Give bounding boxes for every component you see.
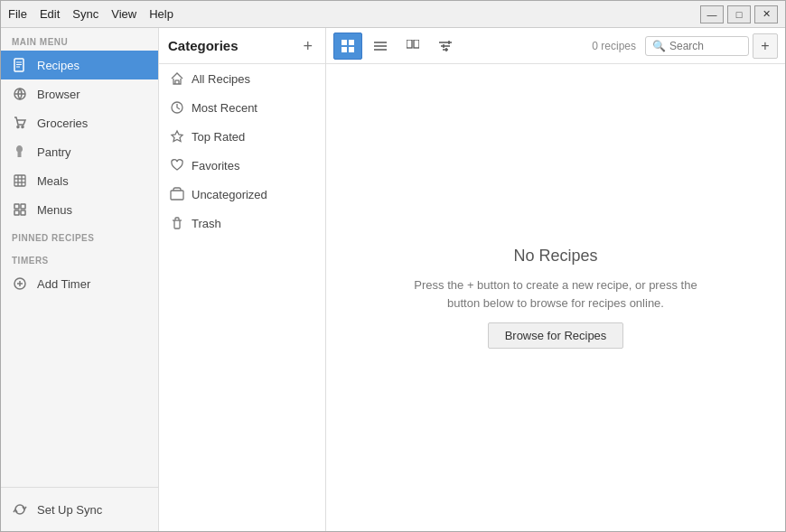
- search-input[interactable]: [669, 40, 742, 52]
- groceries-icon: [12, 115, 28, 131]
- recipe-empty-state: No Recipes Press the + button to create …: [326, 64, 785, 531]
- svg-rect-15: [14, 210, 19, 215]
- menu-file[interactable]: File: [8, 7, 27, 21]
- category-trash[interactable]: Trash: [159, 209, 325, 238]
- categories-title: Categories: [168, 38, 239, 53]
- recipe-panel: 0 recipes 🔍 + No Recipes Press the + but…: [326, 28, 785, 531]
- meals-icon: [12, 173, 28, 189]
- close-button[interactable]: ✕: [754, 5, 778, 23]
- title-bar: File Edit Sync View Help — □ ✕: [1, 1, 785, 28]
- star-icon: [170, 129, 184, 144]
- sidebar-item-browser[interactable]: Browser: [1, 79, 158, 108]
- sidebar-add-timer-label: Add Timer: [37, 277, 90, 291]
- categories-header: Categories +: [159, 28, 325, 64]
- category-favorites[interactable]: Favorites: [159, 151, 325, 180]
- sidebar-bottom: Set Up Sync: [1, 487, 158, 531]
- search-icon: 🔍: [652, 40, 666, 52]
- svg-rect-8: [14, 175, 25, 186]
- svg-rect-13: [14, 204, 19, 209]
- add-timer-icon: [12, 275, 28, 292]
- menu-view[interactable]: View: [111, 7, 136, 21]
- grid-view-button[interactable]: [333, 33, 362, 60]
- category-top-rated[interactable]: Top Rated: [159, 122, 325, 151]
- heart-icon: [170, 158, 184, 173]
- empty-title: No Recipes: [513, 247, 597, 266]
- svg-rect-14: [21, 204, 25, 209]
- minimize-button[interactable]: —: [700, 5, 724, 23]
- svg-marker-24: [172, 131, 182, 142]
- add-recipe-button[interactable]: +: [753, 33, 778, 59]
- menu-help[interactable]: Help: [149, 7, 173, 21]
- sidebar-item-menus[interactable]: Menus: [1, 195, 158, 224]
- category-favorites-label: Favorites: [192, 159, 239, 173]
- sidebar-browser-label: Browser: [37, 88, 80, 101]
- sidebar-groceries-label: Groceries: [37, 117, 88, 130]
- sidebar-item-add-timer[interactable]: Add Timer: [1, 269, 158, 298]
- category-most-recent[interactable]: Most Recent: [159, 93, 325, 122]
- sidebar: Main Menu Recipes Browser Groceries: [1, 28, 159, 531]
- recipe-count: 0 recipes: [592, 40, 636, 52]
- browse-recipes-button[interactable]: Browse for Recipes: [488, 322, 624, 349]
- svg-point-6: [17, 126, 19, 128]
- category-recent-label: Most Recent: [192, 101, 257, 115]
- svg-rect-25: [171, 191, 183, 200]
- menu-sync[interactable]: Sync: [72, 7, 98, 21]
- category-uncategorized-label: Uncategorized: [192, 188, 267, 201]
- pantry-icon: [12, 144, 28, 160]
- menus-icon: [12, 201, 28, 218]
- main-menu-label: Main Menu: [1, 28, 158, 51]
- svg-rect-27: [349, 40, 354, 45]
- search-box[interactable]: 🔍: [645, 36, 749, 56]
- browser-icon: [12, 86, 28, 102]
- uncategorized-icon: [170, 187, 184, 201]
- sidebar-item-recipes[interactable]: Recipes: [1, 51, 158, 79]
- svg-rect-26: [342, 40, 347, 45]
- pinned-recipes-label: Pinned Recipes: [1, 224, 158, 247]
- trash-icon: [170, 216, 184, 230]
- home-icon: [170, 71, 184, 86]
- svg-rect-16: [21, 210, 25, 215]
- categories-add-button[interactable]: +: [299, 36, 316, 56]
- svg-rect-34: [414, 40, 419, 48]
- sidebar-item-sync[interactable]: Set Up Sync: [1, 495, 158, 524]
- category-top-rated-label: Top Rated: [192, 130, 245, 144]
- recipe-icon: [12, 57, 28, 73]
- menu-bar: File Edit Sync View Help: [8, 7, 173, 21]
- main-content: Categories + All Recipes Most Recent: [159, 28, 785, 531]
- sidebar-meals-label: Meals: [37, 174, 69, 188]
- sidebar-sync-label: Set Up Sync: [37, 503, 102, 517]
- card-view-button[interactable]: [398, 33, 427, 60]
- menu-edit[interactable]: Edit: [40, 7, 60, 21]
- sidebar-item-groceries[interactable]: Groceries: [1, 108, 158, 137]
- categories-panel: Categories + All Recipes Most Recent: [159, 28, 326, 531]
- svg-rect-33: [407, 40, 412, 48]
- sidebar-item-meals[interactable]: Meals: [1, 166, 158, 195]
- app-body: Main Menu Recipes Browser Groceries: [1, 28, 785, 531]
- svg-point-7: [22, 126, 23, 128]
- window-controls: — □ ✕: [700, 5, 778, 23]
- sidebar-recipes-label: Recipes: [37, 59, 80, 72]
- category-all-recipes[interactable]: All Recipes: [159, 64, 325, 93]
- svg-rect-28: [342, 47, 347, 52]
- recipe-toolbar: 0 recipes 🔍 +: [326, 28, 785, 64]
- category-trash-label: Trash: [192, 217, 221, 230]
- sidebar-menus-label: Menus: [37, 203, 72, 217]
- list-view-button[interactable]: [366, 33, 395, 60]
- category-all-label: All Recipes: [192, 72, 250, 86]
- timers-label: Timers: [1, 247, 158, 269]
- svg-rect-29: [349, 47, 354, 52]
- category-uncategorized[interactable]: Uncategorized: [159, 180, 325, 209]
- clock-icon: [170, 100, 184, 115]
- empty-description: Press the + button to create a new recip…: [402, 276, 709, 312]
- maximize-button[interactable]: □: [727, 5, 751, 23]
- sidebar-pantry-label: Pantry: [37, 145, 71, 159]
- sidebar-item-pantry[interactable]: Pantry: [1, 137, 158, 166]
- sync-icon: [12, 501, 28, 518]
- filter-button[interactable]: [431, 33, 460, 60]
